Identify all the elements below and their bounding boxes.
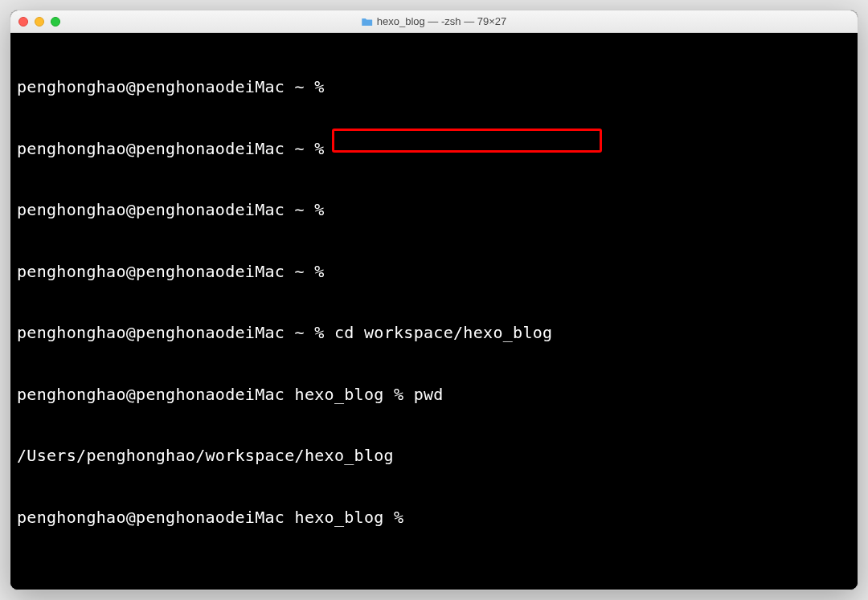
terminal-line: penghonghao@penghonaodeiMac ~ % [17, 139, 851, 160]
terminal-line: penghonghao@penghonaodeiMac hexo_blog % [17, 508, 851, 529]
prompt: penghonghao@penghonaodeiMac hexo_blog % [17, 385, 403, 404]
prompt: penghonghao@penghonaodeiMac ~ % [17, 323, 325, 342]
window-title: hexo_blog — -zsh — 79×27 [377, 15, 507, 27]
command: pwd [414, 385, 444, 404]
traffic-lights [18, 17, 60, 27]
prompt: penghonghao@penghonaodeiMac ~ % [17, 262, 325, 281]
terminal-line: /Users/penghonghao/workspace/hexo_blog [17, 446, 851, 467]
terminal-window: hexo_blog — -zsh — 79×27 penghonghao@pen… [10, 10, 858, 590]
prompt: penghonghao@penghonaodeiMac ~ % [17, 200, 325, 219]
maximize-button[interactable] [51, 17, 60, 27]
titlebar[interactable]: hexo_blog — -zsh — 79×27 [10, 10, 858, 33]
prompt: penghonghao@penghonaodeiMac hexo_blog % [17, 508, 403, 527]
folder-icon [362, 17, 373, 27]
prompt: penghonghao@penghonaodeiMac ~ % [17, 139, 325, 158]
output: /Users/penghonghao/workspace/hexo_blog [17, 446, 394, 465]
minimize-button[interactable] [35, 17, 44, 27]
terminal-line: penghonghao@penghonaodeiMac ~ % cd works… [17, 323, 851, 344]
terminal-line: penghonghao@penghonaodeiMac hexo_blog % … [17, 385, 851, 406]
terminal-line: penghonghao@penghonaodeiMac ~ % [17, 262, 851, 283]
close-button[interactable] [18, 17, 28, 27]
command: cd workspace/hexo_blog [334, 323, 553, 342]
window-title-container: hexo_blog — -zsh — 79×27 [362, 15, 507, 27]
terminal-line: penghonghao@penghonaodeiMac ~ % [17, 77, 851, 98]
prompt: penghonghao@penghonaodeiMac ~ % [17, 77, 325, 96]
terminal-line: penghonghao@penghonaodeiMac ~ % [17, 200, 851, 221]
terminal-content[interactable]: penghonghao@penghonaodeiMac ~ % penghong… [10, 33, 858, 590]
